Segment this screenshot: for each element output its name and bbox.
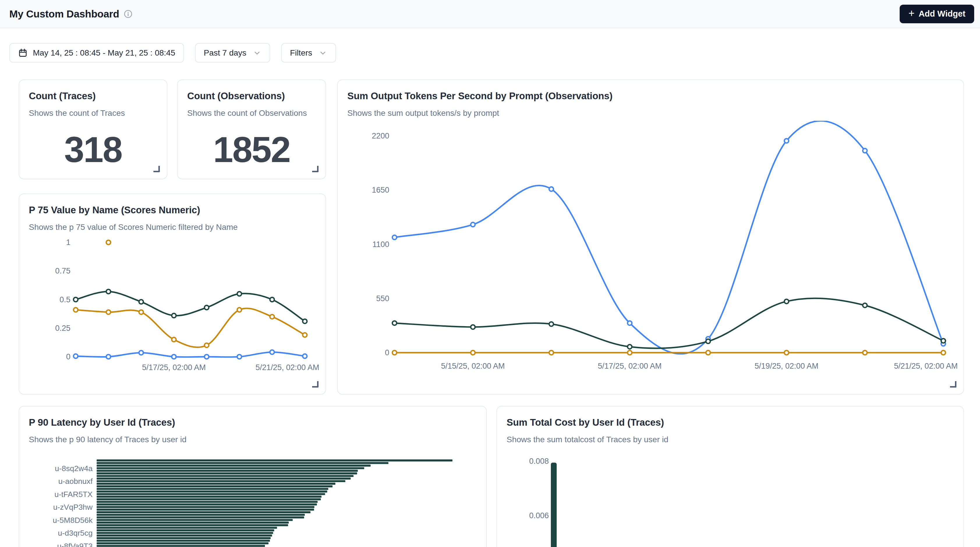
p90-bar-chart-canvas: u-8sq2w4au-aobnuxfu-tFAR5TXu-zVqP3hwu-5M… [19,456,487,547]
page-title: My Custom Dashboard [9,8,119,20]
svg-text:u-d3qr5cg: u-d3qr5cg [58,529,92,537]
widget-count-traces: Count (Traces) Shows the count of Traces… [19,79,167,179]
widget-subtitle: Shows the count of Observations [187,109,315,118]
widget-title: Count (Traces) [29,90,156,101]
svg-text:0: 0 [385,348,389,357]
resize-handle-icon[interactable] [312,166,318,172]
plus-icon: + [908,8,915,19]
svg-text:5/17/25, 02:00 AM: 5/17/25, 02:00 AM [598,361,662,370]
filters-dropdown[interactable]: Filters [281,43,336,63]
svg-text:u-8fVa9T3: u-8fVa9T3 [57,542,92,547]
date-range-picker[interactable]: May 14, 25 : 08:45 - May 21, 25 : 08:45 [9,43,184,63]
widget-tokens-chart: Sum Output Tokens Per Second by Prompt (… [337,79,964,395]
range-preset-dropdown[interactable]: Past 7 days [195,43,270,63]
resize-handle-icon[interactable] [312,381,318,388]
count-traces-value: 318 [19,129,167,170]
top-bar: My Custom Dashboard + Add Widget [0,0,980,28]
resize-handle-icon[interactable] [153,166,160,172]
svg-text:u-tFAR5TX: u-tFAR5TX [54,490,92,499]
widget-subtitle: Shows the count of Traces [29,109,156,118]
widget-header: Sum Output Tokens Per Second by Prompt (… [338,80,963,118]
svg-text:1100: 1100 [372,240,389,249]
resize-handle-icon[interactable] [950,381,956,388]
svg-text:5/15/25, 02:00 AM: 5/15/25, 02:00 AM [441,361,505,370]
info-icon[interactable] [124,10,132,18]
add-widget-button[interactable]: + Add Widget [900,5,974,23]
widget-subtitle: Shows the sum output tokens/s by prompt [347,109,953,118]
svg-text:0: 0 [66,352,70,361]
svg-text:5/17/25, 02:00 AM: 5/17/25, 02:00 AM [142,363,206,372]
widget-title: Sum Total Cost by User Id (Traces) [507,417,953,428]
svg-text:5/21/25, 02:00 AM: 5/21/25, 02:00 AM [894,361,958,370]
date-range-value: May 14, 25 : 08:45 - May 21, 25 : 08:45 [33,48,175,58]
svg-text:u-aobnuxf: u-aobnuxf [58,477,93,485]
calendar-icon [18,48,28,58]
filter-toolbar: May 14, 25 : 08:45 - May 21, 25 : 08:45 … [9,43,336,63]
widget-subtitle: Shows the sum totalcost of Traces by use… [507,435,953,444]
widget-title: Sum Output Tokens Per Second by Prompt (… [347,90,953,101]
widget-header: P 90 Latency by User Id (Traces) Shows t… [19,406,486,444]
svg-text:5/19/25, 02:00 AM: 5/19/25, 02:00 AM [755,361,818,370]
svg-text:u-8sq2w4a: u-8sq2w4a [55,464,92,473]
svg-text:2200: 2200 [372,132,389,140]
svg-text:1: 1 [66,238,70,247]
widget-header: P 75 Value by Name (Scores Numeric) Show… [19,194,326,232]
svg-text:0.008: 0.008 [529,457,549,466]
cost-bar-chart-canvas: 0.0080.006 [497,444,964,547]
widget-header: Count (Observations) Shows the count of … [178,80,326,118]
widget-subtitle: Shows the p 90 latency of Traces by user… [29,435,476,444]
tokens-line-chart-canvas: 05501100165022005/15/25, 02:00 AM5/17/25… [338,121,964,385]
svg-text:5/21/25, 02:00 AM: 5/21/25, 02:00 AM [255,363,319,372]
add-widget-label: Add Widget [919,9,966,19]
svg-text:0.25: 0.25 [55,324,70,333]
widget-header: Sum Total Cost by User Id (Traces) Shows… [497,406,963,444]
count-observations-value: 1852 [178,129,326,170]
range-preset-value: Past 7 days [204,48,246,58]
widget-header: Count (Traces) Shows the count of Traces [19,80,167,118]
p75-line-chart-canvas: 00.250.50.7515/17/25, 02:00 AM5/21/25, 0… [19,229,327,389]
widget-p75-chart: P 75 Value by Name (Scores Numeric) Show… [19,193,326,395]
svg-text:u-zVqP3hw: u-zVqP3hw [53,503,92,512]
svg-text:550: 550 [376,294,389,303]
widget-p90-chart: P 90 Latency by User Id (Traces) Shows t… [19,406,487,547]
svg-text:0.006: 0.006 [529,511,549,520]
widget-cost-chart: Sum Total Cost by User Id (Traces) Shows… [496,406,964,547]
svg-text:0.75: 0.75 [55,266,70,275]
widget-count-observations: Count (Observations) Shows the count of … [177,79,326,179]
filters-label: Filters [290,48,312,58]
chevron-down-icon [318,49,327,57]
svg-text:u-5M8D56k: u-5M8D56k [53,516,93,525]
widget-title: P 90 Latency by User Id (Traces) [29,417,476,428]
svg-text:0.5: 0.5 [59,295,70,304]
widget-title: P 75 Value by Name (Scores Numeric) [29,205,315,216]
chevron-down-icon [253,49,261,57]
svg-text:1650: 1650 [372,186,389,194]
widget-title: Count (Observations) [187,90,315,101]
